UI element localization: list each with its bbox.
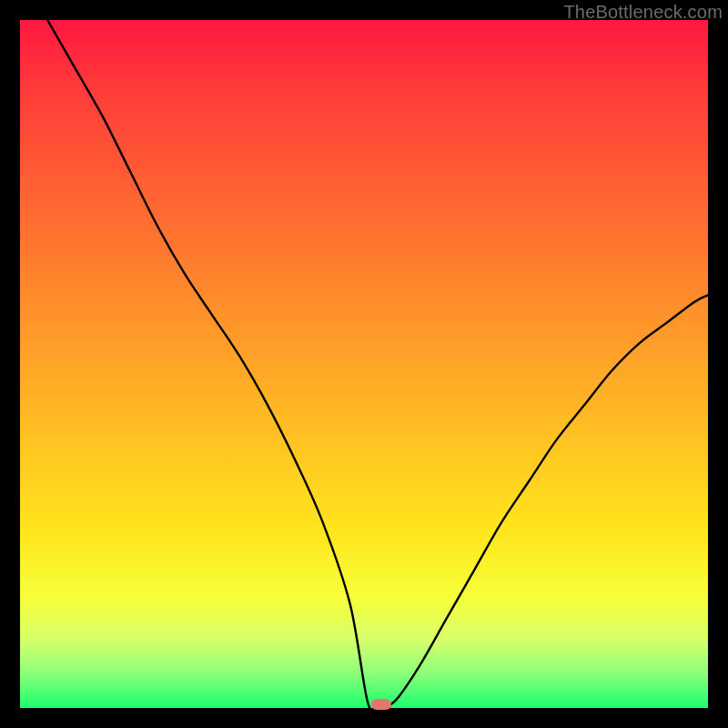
- chart-frame: TheBottleneck.com: [0, 0, 728, 728]
- watermark-text: TheBottleneck.com: [563, 2, 723, 23]
- bottleneck-curve: [20, 20, 708, 708]
- minimum-marker: [371, 699, 391, 710]
- chart-plot-area: [20, 20, 708, 708]
